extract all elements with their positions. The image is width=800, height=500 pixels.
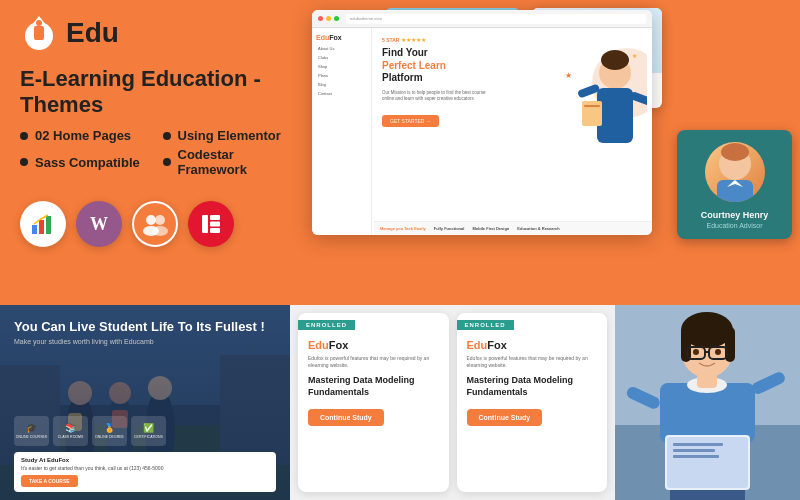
browser-content-area: EduFox About Us Clubs Shop Plans Blog Co… bbox=[312, 28, 652, 235]
elementor-icon-circle[interactable] bbox=[188, 201, 234, 247]
woocommerce-icon-circle[interactable]: W bbox=[76, 201, 122, 247]
logo-icon bbox=[20, 14, 58, 52]
profile-role: Education Advisor bbox=[687, 222, 782, 229]
cert-icon: ✅ bbox=[143, 423, 154, 433]
study-contact-text: It's easier to get started than you thin… bbox=[21, 465, 269, 471]
browser-dot-yellow bbox=[326, 16, 331, 21]
bullet-1 bbox=[20, 132, 28, 140]
browser-dot-red bbox=[318, 16, 323, 21]
browser-main-content: 5 STAR ★★★★★ Find YourPerfect LearnPlatf… bbox=[372, 28, 652, 235]
browser-hero-title: Find YourPerfect LearnPlatform bbox=[382, 47, 502, 85]
mini-card-2: 📚 CLASS ROOMS bbox=[53, 416, 88, 446]
svg-point-7 bbox=[146, 215, 156, 225]
browser-student-illustration: ★ ★ bbox=[557, 33, 647, 173]
browser-cta-button[interactable]: GET STARTED → bbox=[382, 115, 439, 127]
online-courses-icon: 🎓 bbox=[26, 423, 37, 433]
mini-cards-row: 🎓 ONLINE COURSES 📚 CLASS ROOMS 🏅 ONLINE … bbox=[14, 416, 276, 446]
features-list: 02 Home Pages Using Elementor Sass Compa… bbox=[20, 128, 285, 177]
analytics-chart-icon bbox=[30, 211, 56, 237]
svg-rect-37 bbox=[597, 88, 633, 143]
svg-rect-4 bbox=[32, 225, 37, 234]
svg-rect-82 bbox=[673, 449, 715, 452]
title-section: E-Learning Education - Themes 02 Home Pa… bbox=[0, 62, 305, 189]
mini-card-4: ✅ CERTIFICATIONS bbox=[131, 416, 166, 446]
study-section-box: Study At EduFox It's easier to get start… bbox=[14, 452, 276, 492]
browser-nav-item-blog[interactable]: Blog bbox=[316, 81, 367, 88]
page-title: E-Learning Education - Themes bbox=[20, 66, 285, 118]
browser-nav-item-clubs[interactable]: Clubs bbox=[316, 54, 367, 61]
browser-nav-item-shop[interactable]: Shop bbox=[316, 63, 367, 70]
star-label: 5 STAR bbox=[382, 37, 399, 43]
logo-text: EduFox bbox=[66, 17, 169, 49]
svg-rect-13 bbox=[210, 222, 220, 227]
enrolled-card-1: ENROLLED EduFox Edufox is powerful featu… bbox=[298, 313, 449, 492]
svg-point-46 bbox=[721, 143, 749, 161]
svg-point-10 bbox=[152, 226, 168, 236]
main-background: EduFox E-Learning Education - Themes 02 … bbox=[0, 0, 800, 500]
take-course-button[interactable]: TAKE A COURSE bbox=[21, 475, 78, 487]
elementor-e-icon bbox=[198, 211, 224, 237]
feature-item-1: 02 Home Pages bbox=[20, 128, 143, 143]
bullet-3 bbox=[20, 158, 28, 166]
header: EduFox bbox=[0, 0, 305, 62]
svg-rect-12 bbox=[210, 215, 220, 220]
browser-nav-item-about[interactable]: About Us bbox=[316, 45, 367, 52]
svg-text:★: ★ bbox=[565, 71, 572, 80]
browser-nav-panel: EduFox About Us Clubs Shop Plans Blog Co… bbox=[312, 28, 372, 235]
browser-bottom-tags: Manage you Task Easily Fully Functional … bbox=[374, 221, 652, 235]
enrolled-desc-1: Edufox is powerful features that may be … bbox=[298, 355, 449, 369]
enrolled-logo-area-2: EduFox bbox=[457, 331, 608, 355]
feature-item-3: Sass Compatible bbox=[20, 147, 143, 177]
enrolled-logo-area-1: EduFox bbox=[298, 331, 449, 355]
analytics-icon-circle[interactable] bbox=[20, 201, 66, 247]
browser-tag-1: Manage you Task Easily bbox=[380, 226, 426, 231]
browser-nav-item-contact[interactable]: Contact bbox=[316, 90, 367, 97]
student-life-overlay: You Can Live Student Life To Its Fullest… bbox=[0, 305, 290, 500]
enrolled-logo-1: EduFox bbox=[308, 339, 439, 351]
svg-point-75 bbox=[693, 349, 699, 355]
svg-point-76 bbox=[715, 349, 721, 355]
woo-letter: W bbox=[90, 214, 108, 235]
mini-card-3: 🏅 ONLINE DEGREE bbox=[92, 416, 127, 446]
svg-rect-81 bbox=[673, 443, 723, 446]
browser-dot-green bbox=[334, 16, 339, 21]
enrolled-continue-btn-2[interactable]: Continue Study bbox=[467, 409, 543, 426]
browser-address-bar[interactable]: edufoxtheme.com bbox=[346, 14, 646, 24]
svg-rect-6 bbox=[46, 216, 51, 234]
svg-point-38 bbox=[601, 50, 629, 70]
enrolled-cards-section: ENROLLED EduFox Edufox is powerful featu… bbox=[290, 305, 615, 500]
svg-point-8 bbox=[155, 215, 165, 225]
profile-avatar-icon bbox=[705, 142, 765, 202]
browser-tag-4: Education & Research bbox=[517, 226, 559, 231]
plugin-icons-row: W bbox=[0, 189, 305, 259]
browser-top-bar: edufoxtheme.com bbox=[312, 10, 652, 28]
enrolled-card-2: ENROLLED EduFox Edufox is powerful featu… bbox=[457, 313, 608, 492]
bullet-2 bbox=[163, 132, 171, 140]
svg-rect-2 bbox=[34, 26, 44, 40]
browser-tag-2: Fully Functional bbox=[434, 226, 465, 231]
profile-card: Courtney Henry Education Advisor bbox=[677, 130, 792, 239]
browser-nav-logo: EduFox bbox=[316, 34, 367, 41]
enrolled-continue-btn-1[interactable]: Continue Study bbox=[308, 409, 384, 426]
enrolled-badge-2: ENROLLED bbox=[457, 320, 514, 330]
student-life-card: You Can Live Student Life To Its Fullest… bbox=[0, 305, 290, 500]
feature-item-2: Using Elementor bbox=[163, 128, 286, 143]
svg-rect-14 bbox=[210, 228, 220, 233]
svg-rect-11 bbox=[202, 215, 208, 233]
browser-mockup: edufoxtheme.com EduFox About Us Clubs Sh… bbox=[312, 10, 652, 235]
browser-nav-item-plans[interactable]: Plans bbox=[316, 72, 367, 79]
degree-icon: 🏅 bbox=[104, 423, 115, 433]
profile-name: Courtney Henry bbox=[687, 210, 782, 220]
bottom-section: You Can Live Student Life To Its Fullest… bbox=[0, 305, 800, 500]
student-in-browser-icon: ★ ★ bbox=[557, 33, 647, 173]
student-photo-right bbox=[615, 305, 800, 500]
svg-rect-41 bbox=[582, 101, 602, 126]
enrolled-logo-2: EduFox bbox=[467, 339, 598, 351]
users-icon-circle[interactable] bbox=[132, 201, 178, 247]
svg-rect-42 bbox=[584, 105, 600, 107]
feature-item-4: Codestar Framework bbox=[163, 147, 286, 177]
users-group-icon bbox=[141, 210, 169, 238]
classroom-icon: 📚 bbox=[65, 423, 76, 433]
svg-rect-5 bbox=[39, 220, 44, 234]
girl-with-glasses-photo bbox=[615, 305, 800, 500]
